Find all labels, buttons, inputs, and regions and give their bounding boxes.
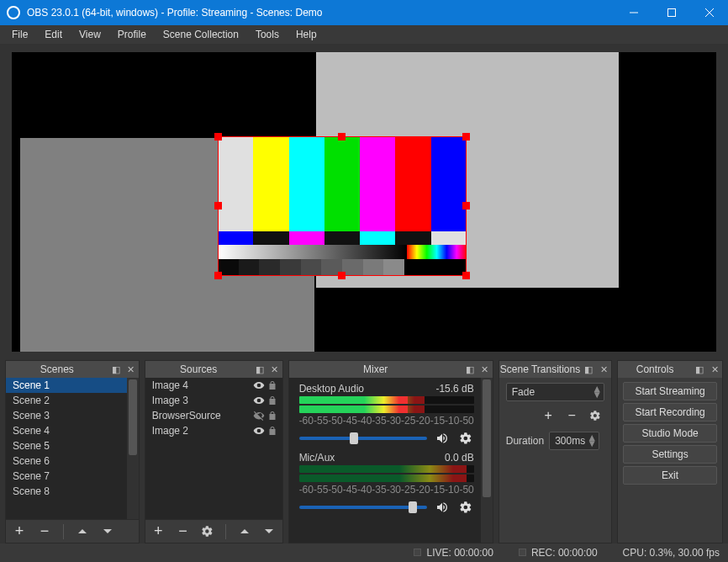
handle-bc[interactable] — [338, 272, 346, 279]
scene-item[interactable]: Scene 1 — [6, 378, 139, 393]
settings-button[interactable]: Settings — [623, 445, 717, 464]
preview-canvas[interactable] — [12, 52, 716, 352]
menu-scene-collection[interactable]: Scene Collection — [155, 27, 247, 42]
close-panel-icon[interactable]: ✕ — [267, 362, 282, 377]
remove-transition-button[interactable]: − — [562, 406, 581, 425]
scene-item[interactable]: Scene 7 — [6, 469, 139, 484]
panel-scenes: Scenes ◧ ✕ Scene 1Scene 2Scene 3Scene 4S… — [5, 360, 140, 543]
move-scene-down-button[interactable] — [99, 523, 116, 540]
channel-settings-button[interactable] — [457, 430, 474, 447]
exit-button[interactable]: Exit — [623, 466, 717, 485]
move-source-up-button[interactable] — [236, 523, 252, 540]
add-scene-button[interactable]: + — [11, 523, 28, 540]
volume-slider[interactable] — [299, 437, 427, 440]
add-source-button[interactable]: + — [150, 523, 166, 540]
source-properties-button[interactable] — [199, 523, 215, 540]
controls-body: Start Streaming Start Recording Studio M… — [618, 378, 722, 543]
mixer-scrollbar[interactable] — [481, 378, 493, 543]
handle-tl[interactable] — [214, 133, 222, 140]
source-item[interactable]: BrowserSource — [145, 408, 282, 423]
close-panel-icon[interactable]: ✕ — [477, 362, 493, 377]
transition-select[interactable]: Fade ▲▼ — [506, 383, 604, 401]
panel-transitions-header[interactable]: Scene Transitions ◧ ✕ — [499, 361, 611, 378]
close-button[interactable] — [690, 0, 728, 25]
visibility-toggle-icon[interactable] — [252, 410, 266, 422]
transition-properties-button[interactable] — [586, 406, 604, 425]
close-panel-icon[interactable]: ✕ — [596, 362, 611, 377]
move-source-down-button[interactable] — [261, 523, 277, 540]
menu-file[interactable]: File — [3, 27, 36, 42]
titlebar: OBS 23.0.1 (64-bit, windows) - Profile: … — [0, 0, 728, 25]
visibility-toggle-icon[interactable] — [252, 379, 266, 391]
channel-settings-button[interactable] — [457, 499, 474, 516]
source-name: Image 2 — [152, 425, 252, 437]
start-streaming-button[interactable]: Start Streaming — [623, 382, 717, 400]
undock-icon[interactable]: ◧ — [692, 362, 707, 377]
minimize-button[interactable] — [615, 0, 652, 25]
handle-mr[interactable] — [462, 202, 470, 209]
mute-button[interactable] — [434, 430, 451, 447]
maximize-button[interactable] — [652, 0, 690, 25]
studio-mode-button[interactable]: Studio Mode — [623, 424, 717, 443]
selection-outline[interactable] — [218, 136, 467, 276]
lock-toggle-icon[interactable] — [266, 395, 279, 406]
menu-edit[interactable]: Edit — [36, 27, 71, 42]
source-item[interactable]: Image 2 — [145, 423, 282, 438]
scene-item[interactable]: Scene 2 — [6, 393, 139, 408]
lock-toggle-icon[interactable] — [266, 380, 279, 390]
close-panel-icon[interactable]: ✕ — [707, 362, 722, 377]
source-name: BrowserSource — [152, 410, 252, 422]
remove-scene-button[interactable]: − — [36, 523, 53, 540]
scenes-list[interactable]: Scene 1Scene 2Scene 3Scene 4Scene 5Scene… — [6, 378, 139, 519]
handle-bl[interactable] — [214, 272, 222, 279]
scene-item[interactable]: Scene 4 — [6, 423, 139, 438]
menu-help[interactable]: Help — [288, 27, 325, 42]
scene-item[interactable]: Scene 5 — [6, 438, 139, 453]
add-transition-button[interactable]: + — [539, 406, 557, 425]
panel-controls-header[interactable]: Controls ◧ ✕ — [618, 361, 722, 378]
volume-slider[interactable] — [299, 506, 427, 509]
undock-icon[interactable]: ◧ — [108, 362, 124, 377]
lock-toggle-icon[interactable] — [266, 426, 279, 436]
source-item[interactable]: Image 4 — [145, 378, 282, 393]
handle-br[interactable] — [462, 272, 470, 279]
menu-tools[interactable]: Tools — [247, 27, 288, 42]
statusbar: LIVE: 00:00:00 REC: 00:00:00 CPU: 0.3%, … — [0, 543, 728, 562]
vu-meter — [299, 465, 474, 473]
panel-mixer-header[interactable]: Mixer ◧ ✕ — [289, 361, 493, 378]
vu-meter — [299, 396, 474, 404]
move-scene-up-button[interactable] — [74, 523, 91, 540]
close-panel-icon[interactable]: ✕ — [124, 362, 139, 377]
scene-item[interactable]: Scene 8 — [6, 484, 139, 499]
handle-tc[interactable] — [338, 133, 346, 140]
mixer-channel: Mic/Aux0.0 dB-60-55-50-45-40-35-30-25-20… — [289, 448, 493, 517]
mixer-channel: Desktop Audio-15.6 dB-60-55-50-45-40-35-… — [289, 379, 493, 448]
scene-item[interactable]: Scene 6 — [6, 453, 139, 469]
panel-title: Mixer — [289, 363, 462, 375]
handle-tr[interactable] — [462, 133, 470, 140]
scene-item[interactable]: Scene 3 — [6, 408, 139, 423]
undock-icon[interactable]: ◧ — [581, 362, 596, 377]
sources-list[interactable]: Image 4Image 3BrowserSourceImage 2 — [145, 378, 282, 519]
menu-view[interactable]: View — [71, 27, 109, 42]
undock-icon[interactable]: ◧ — [252, 362, 267, 377]
visibility-toggle-icon[interactable] — [252, 425, 266, 437]
obs-logo-icon — [7, 6, 20, 19]
visibility-toggle-icon[interactable] — [252, 395, 266, 406]
panel-transitions: Scene Transitions ◧ ✕ Fade ▲▼ + − Durati… — [499, 360, 612, 543]
menu-profile[interactable]: Profile — [109, 27, 155, 42]
source-item[interactable]: Image 3 — [145, 393, 282, 408]
handle-ml[interactable] — [214, 202, 222, 209]
panel-sources-header[interactable]: Sources ◧ ✕ — [145, 361, 282, 378]
window-title: OBS 23.0.1 (64-bit, windows) - Profile: … — [27, 7, 615, 19]
undock-icon[interactable]: ◧ — [462, 362, 477, 377]
lock-toggle-icon[interactable] — [266, 411, 279, 421]
duration-value: 300ms — [555, 435, 585, 447]
mute-button[interactable] — [434, 499, 451, 516]
panel-scenes-header[interactable]: Scenes ◧ ✕ — [6, 361, 139, 378]
transition-duration-field[interactable]: 300ms ▲▼ — [549, 432, 599, 450]
scenes-scrollbar[interactable] — [127, 378, 139, 519]
panel-sources: Sources ◧ ✕ Image 4Image 3BrowserSourceI… — [145, 360, 283, 543]
start-recording-button[interactable]: Start Recording — [623, 403, 717, 422]
remove-source-button[interactable]: − — [175, 523, 191, 540]
